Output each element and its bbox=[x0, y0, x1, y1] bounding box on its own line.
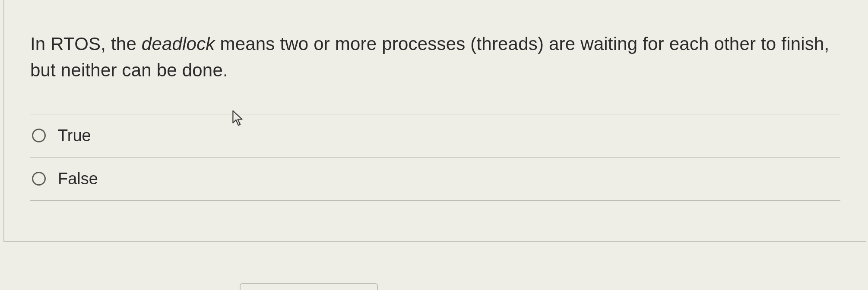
radio-icon bbox=[32, 172, 46, 186]
option-label: True bbox=[58, 126, 91, 145]
question-italic-term: deadlock bbox=[142, 34, 215, 54]
options-group: True False bbox=[30, 114, 840, 201]
partial-button-top bbox=[240, 283, 378, 290]
radio-icon bbox=[32, 129, 46, 142]
option-false[interactable]: False bbox=[30, 158, 840, 201]
question-text: In RTOS, the deadlock means two or more … bbox=[30, 31, 840, 84]
question-card: In RTOS, the deadlock means two or more … bbox=[3, 0, 866, 242]
option-label: False bbox=[58, 170, 98, 188]
option-true[interactable]: True bbox=[30, 114, 840, 158]
question-prefix: In RTOS, the bbox=[30, 34, 142, 54]
